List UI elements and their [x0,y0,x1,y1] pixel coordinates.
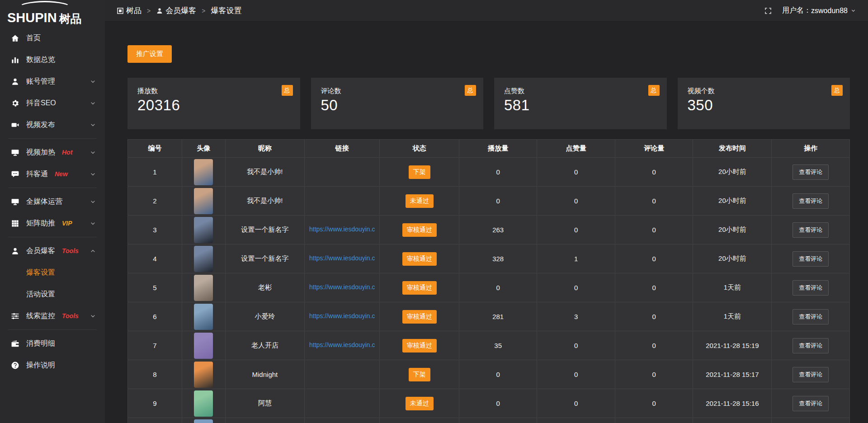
table-row [128,418,850,423]
column-header: 播放量 [459,140,537,158]
sidebar-item-label: 抖音SEO [26,99,56,108]
main-content: 推广设置 播放数20316总评论数50总点赞数581总视频个数350总 编号头像… [105,0,868,423]
sidebar-item-label: 消费明细 [26,339,55,348]
view-comments-button[interactable]: 查看评论 [793,309,829,324]
username: zswodun88 [811,7,848,15]
plays-cell: 0 [459,360,537,389]
promo-settings-button[interactable]: 推广设置 [127,45,172,63]
stat-card: 评论数50总 [311,78,484,129]
row-number: 5 [128,273,182,302]
likes-cell [537,418,615,423]
grid-icon [11,219,19,228]
topbar: 树品>会员爆客>爆客设置 用户名： zswodun88 [105,0,868,22]
row-number: 2 [128,187,182,216]
view-comments-button[interactable]: 查看评论 [793,193,829,209]
stat-total-badge: 总 [465,85,476,96]
view-comments-button[interactable]: 查看评论 [793,367,829,382]
fullscreen-icon[interactable] [764,7,772,15]
chevron-down-icon [90,122,96,128]
column-header: 点赞量 [537,140,615,158]
sidebar-item[interactable]: 首页 [0,27,105,49]
sidebar-item[interactable]: 视频发布 [0,114,105,136]
avatar [194,362,213,388]
chevron-down-icon [90,79,96,85]
view-comments-button[interactable]: 查看评论 [793,164,829,180]
sidebar-item-label: 抖客通 [26,169,48,179]
stat-card: 视频个数350总 [678,78,850,129]
breadcrumb-item[interactable]: 树品 [117,5,142,16]
table-row: 7老人开店https://www.iesdouyin.c审核通过35002021… [128,331,850,360]
view-comments-button[interactable]: 查看评论 [793,338,829,353]
stat-value: 20316 [137,97,290,114]
stat-label: 播放数 [137,87,290,95]
time-cell: 2021-11-28 15:19 [693,331,772,360]
logo-arc [18,1,71,14]
breadcrumb-separator: > [147,7,151,14]
sidebar-item[interactable]: 抖客通New [0,163,105,185]
comments-cell: 0 [615,302,693,331]
video-link[interactable]: https://www.iesdouyin.c [309,226,375,233]
sidebar-item[interactable]: 数据总览 [0,49,105,70]
user-menu[interactable]: 用户名： zswodun88 [782,6,856,15]
row-number: 1 [128,158,182,187]
breadcrumb-label: 爆客设置 [211,5,241,16]
app-logo: SHUPIN 树品 [0,0,105,24]
video-link[interactable]: https://www.iesdouyin.c [309,341,375,348]
sidebar-item[interactable]: 消费明细 [0,333,105,354]
sidebar-item-label: 首页 [26,33,41,43]
status-badge: 未通过 [406,194,434,208]
chevron-down-icon [90,313,96,319]
breadcrumb-item[interactable]: 会员爆客 [156,5,196,16]
nickname: Midnight [225,360,305,389]
stat-total-badge: 总 [831,85,843,96]
video-link[interactable]: https://www.iesdouyin.c [309,254,375,262]
breadcrumb-separator: > [202,7,205,14]
menu-badge: Tools [62,247,79,254]
table-row: 6小爱玲https://www.iesdouyin.c审核通过281301天前查… [128,302,850,331]
stat-card: 播放数20316总 [127,78,300,129]
sidebar-item[interactable]: 矩阵助推VIP [0,212,105,234]
stat-total-badge: 总 [648,85,660,96]
comments-cell: 0 [615,187,693,216]
sidebar-divider [8,237,97,237]
view-comments-button[interactable]: 查看评论 [793,251,829,267]
view-comments-button[interactable]: 查看评论 [793,222,829,238]
sidebar-item[interactable]: 会员爆客Tools [0,240,105,262]
sidebar-divider [8,329,97,330]
likes-cell: 0 [537,187,615,216]
row-number: 6 [128,302,182,331]
table-row: 1我不是小帅!下架00020小时前查看评论 [128,158,850,187]
view-comments-button[interactable]: 查看评论 [793,280,829,296]
status-badge: 下架 [409,368,430,381]
likes-cell: 0 [537,331,615,360]
sidebar-item[interactable]: 线索监控Tools [0,305,105,327]
plays-cell: 0 [459,273,537,302]
video-camera-icon [11,121,19,129]
sidebar-item[interactable]: 账号管理 [0,70,105,92]
sidebar-subitem[interactable]: 爆客设置 [0,262,105,283]
table-row: 2我不是小帅!未通过00020小时前查看评论 [128,187,850,216]
sidebar-item[interactable]: 视频加热Hot [0,141,105,163]
wallet-icon [11,339,19,348]
sidebar-item[interactable]: 全媒体运营 [0,191,105,212]
comments-cell: 0 [615,216,693,244]
avatar [194,333,213,359]
nickname: 老人开店 [225,331,305,360]
row-number: 7 [128,331,182,360]
breadcrumb-label: 会员爆客 [165,5,196,16]
sidebar-subitem[interactable]: 活动设置 [0,283,105,305]
sidebar-menu: 首页数据总览账号管理抖音SEO视频发布视频加热Hot抖客通New全媒体运营矩阵助… [0,24,105,376]
sidebar-item[interactable]: 抖音SEO [0,92,105,114]
chevron-down-icon [90,100,96,106]
breadcrumb: 树品>会员爆客>爆客设置 [117,5,241,16]
video-link[interactable]: https://www.iesdouyin.c [309,312,375,320]
sidebar-item-label: 全媒体运营 [26,197,62,207]
sidebar-item-label: 操作说明 [26,361,55,370]
nickname [225,418,305,423]
view-comments-button[interactable]: 查看评论 [793,396,829,411]
avatar [194,159,213,185]
status-badge: 审核通过 [402,310,437,324]
chat-icon [11,170,19,179]
video-link[interactable]: https://www.iesdouyin.c [309,283,375,291]
sidebar-item[interactable]: 操作说明 [0,354,105,376]
